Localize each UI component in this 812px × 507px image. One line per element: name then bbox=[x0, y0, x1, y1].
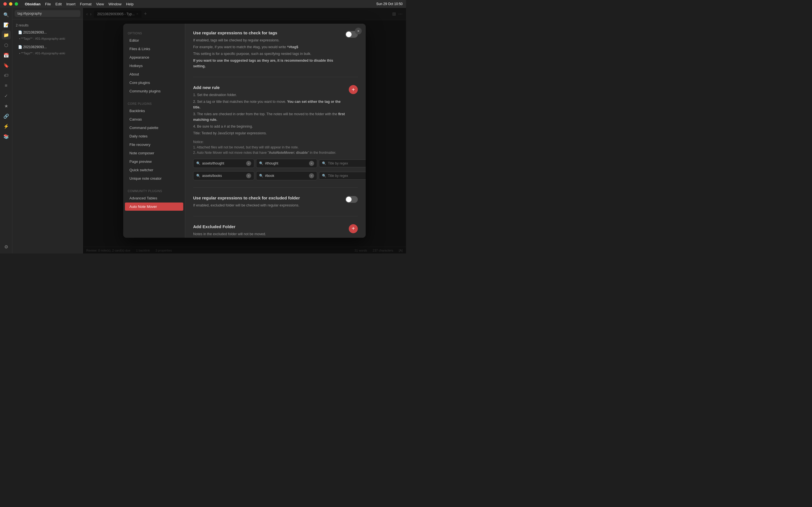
maximize-traffic-light[interactable] bbox=[15, 2, 18, 6]
community-plugins-label: Community plugins bbox=[123, 187, 185, 194]
rule1-tag-field[interactable] bbox=[265, 161, 307, 165]
regex-tags-desc3: This setting is for a specific purpose, … bbox=[193, 51, 340, 57]
notice-text: Notice: 1. Attached files will not be mo… bbox=[193, 139, 358, 156]
menu-file[interactable]: File bbox=[45, 2, 51, 6]
nav-community-plugins[interactable]: Community plugins bbox=[125, 87, 183, 95]
add-excluded-title: Add Excluded Folder bbox=[193, 224, 279, 229]
nav-file-recovery[interactable]: File recovery bbox=[125, 140, 183, 149]
rule2-title-icon: 🔍 bbox=[322, 174, 326, 178]
add-excluded-text: Add Excluded Folder Notes in the exclude… bbox=[193, 224, 279, 238]
rule2-tag-icon: 🔍 bbox=[259, 174, 263, 178]
add-excluded-button[interactable]: + bbox=[349, 224, 358, 233]
excluded-folder-regex-toggle[interactable] bbox=[345, 196, 358, 203]
rule1-title-input[interactable]: 🔍 bbox=[319, 159, 366, 167]
nav-page-preview[interactable]: Page preview bbox=[125, 158, 183, 166]
rule2-folder-clear[interactable]: × bbox=[246, 173, 251, 178]
sidebar-graph-icon[interactable]: ⬡ bbox=[2, 41, 11, 50]
search-input[interactable] bbox=[15, 10, 80, 17]
nav-files-links[interactable]: Files & Links bbox=[125, 45, 183, 53]
rule2-tag-clear[interactable]: × bbox=[309, 173, 314, 178]
nav-core-plugins[interactable]: Core plugins bbox=[125, 78, 183, 87]
sidebar-check-icon[interactable]: ✓ bbox=[2, 91, 11, 100]
sidebar-content: 2 results 📄 20210829093... • **Tags** : … bbox=[12, 19, 83, 253]
regex-tags-group: Use regular expressions to check for tag… bbox=[193, 31, 358, 77]
results-count: 2 results bbox=[16, 23, 29, 27]
excluded-folder-regex-title: Use regular expressions to check for exc… bbox=[193, 195, 300, 200]
sidebar-star-icon[interactable]: ★ bbox=[2, 101, 11, 110]
nav-backlinks[interactable]: Backlinks bbox=[125, 107, 183, 115]
sidebar-item-tag1[interactable]: • **Tags** : #01-#typography-anki bbox=[12, 36, 83, 41]
rule-row-2: 🔍 × 🔍 × 🔍 bbox=[193, 171, 358, 180]
traffic-lights bbox=[3, 2, 18, 6]
sidebar-bookmark-icon[interactable]: 🔖 bbox=[2, 61, 11, 70]
sidebar-puzzle-icon[interactable]: ⚡ bbox=[2, 122, 11, 131]
sidebar-folder-icon[interactable]: 📁 bbox=[2, 31, 11, 40]
settings-modal: × Options Editor Files & Links Appearanc… bbox=[123, 24, 366, 238]
rule1-tag-clear[interactable]: × bbox=[309, 161, 314, 166]
core-plugins-label: Core plugins bbox=[123, 100, 185, 107]
rule2-folder-field[interactable] bbox=[202, 174, 245, 178]
menu-view[interactable]: View bbox=[96, 2, 104, 6]
nav-hotkeys[interactable]: Hotkeys bbox=[125, 62, 183, 70]
nav-note-composer[interactable]: Note composer bbox=[125, 149, 183, 157]
sidebar-item-tag2[interactable]: • **Tags** : #01-#typography-anki bbox=[12, 50, 83, 56]
rule2-title-input[interactable]: 🔍 bbox=[319, 172, 366, 180]
menubar-right: Sun 29 Oct 10:50 bbox=[376, 2, 403, 6]
sidebar-calendar-icon[interactable]: 📅 bbox=[2, 51, 11, 60]
rule2-folder-icon: 🔍 bbox=[196, 174, 200, 178]
add-excluded-group: Add Excluded Folder Notes in the exclude… bbox=[193, 224, 358, 238]
modal-close-button[interactable]: × bbox=[355, 27, 362, 34]
nav-auto-note-mover[interactable]: Auto Note Mover bbox=[125, 203, 183, 211]
rule1-title-field[interactable] bbox=[328, 161, 366, 165]
nav-about[interactable]: About bbox=[125, 70, 183, 78]
rule1-folder-field[interactable] bbox=[202, 161, 245, 165]
sidebar-settings-icon[interactable]: ⚙ bbox=[2, 242, 11, 251]
menu-window[interactable]: Window bbox=[109, 2, 121, 6]
sidebar-book-icon[interactable]: 📚 bbox=[2, 132, 11, 141]
add-rule-step5: Title: Tested by JavaScript regular expr… bbox=[193, 130, 349, 136]
sidebar-notes-icon[interactable]: 📝 bbox=[2, 20, 11, 29]
sidebar-item-note1[interactable]: 📄 20210829093... bbox=[13, 29, 82, 36]
sidebar-link-icon[interactable]: 🔗 bbox=[2, 112, 11, 121]
sidebar-search-icon[interactable]: 🔍 bbox=[2, 10, 11, 19]
rule1-folder-clear[interactable]: × bbox=[246, 161, 251, 166]
nav-advanced-tables[interactable]: Advanced Tables bbox=[125, 194, 183, 202]
sidebar-list-icon[interactable]: ≡ bbox=[2, 81, 11, 90]
add-excluded-desc1: Notes in the excluded folder will not be… bbox=[193, 231, 279, 237]
rule1-tag-input[interactable]: 🔍 × bbox=[256, 159, 317, 168]
menu-help[interactable]: Help bbox=[126, 2, 134, 6]
rule1-folder-icon: 🔍 bbox=[196, 161, 200, 165]
excluded-folder-regex-desc: If enabled, excluded folder will be chec… bbox=[193, 203, 300, 208]
menu-edit[interactable]: Edit bbox=[56, 2, 62, 6]
rule2-tag-field[interactable] bbox=[265, 174, 307, 178]
datetime: Sun 29 Oct 10:50 bbox=[376, 2, 403, 6]
settings-content: Use regular expressions to check for tag… bbox=[185, 24, 366, 238]
sidebar-tag-icon[interactable]: 🏷 bbox=[2, 71, 11, 80]
nav-appearance[interactable]: Appearance bbox=[125, 53, 183, 61]
nav-canvas[interactable]: Canvas bbox=[125, 115, 183, 123]
menu-insert[interactable]: Insert bbox=[66, 2, 75, 6]
nav-daily-notes[interactable]: Daily notes bbox=[125, 132, 183, 140]
add-rule-button[interactable]: + bbox=[349, 85, 358, 94]
minimize-traffic-light[interactable] bbox=[9, 2, 12, 6]
menu-format[interactable]: Format bbox=[80, 2, 92, 6]
rule2-folder-input[interactable]: 🔍 × bbox=[193, 171, 254, 180]
rule-row-1: 🔍 × 🔍 × 🔍 bbox=[193, 159, 358, 168]
settings-sidebar: Options Editor Files & Links Appearance … bbox=[123, 24, 185, 238]
regex-tags-desc4: If you want to use the suggested tags as… bbox=[193, 58, 340, 69]
nav-quick-switcher[interactable]: Quick switcher bbox=[125, 166, 183, 174]
add-rule-step3: 3. The rules are checked in order from t… bbox=[193, 111, 349, 122]
nav-unique-note-creator[interactable]: Unique note creator bbox=[125, 174, 183, 182]
icon-sidebar: 🔍 📝 📁 ⬡ 📅 🔖 🏷 ≡ ✓ ★ 🔗 ⚡ 📚 ⚙ bbox=[0, 8, 12, 253]
regex-tags-text: Use regular expressions to check for tag… bbox=[193, 31, 340, 70]
rule2-tag-input[interactable]: 🔍 × bbox=[256, 171, 317, 180]
rule2-title-field[interactable] bbox=[328, 174, 366, 178]
nav-command-palette[interactable]: Command palette bbox=[125, 124, 183, 132]
rule1-folder-input[interactable]: 🔍 × bbox=[193, 159, 254, 168]
regex-tags-desc1: If enabled, tags will be checked by regu… bbox=[193, 38, 340, 43]
sidebar-item-note2[interactable]: 📄 20210829093... bbox=[13, 44, 82, 50]
close-traffic-light[interactable] bbox=[3, 2, 7, 6]
nav-editor[interactable]: Editor bbox=[125, 36, 183, 45]
add-rule-step4: 4. Be sure to add a # at the beginning. bbox=[193, 124, 349, 129]
rule1-title-icon: 🔍 bbox=[322, 161, 326, 165]
